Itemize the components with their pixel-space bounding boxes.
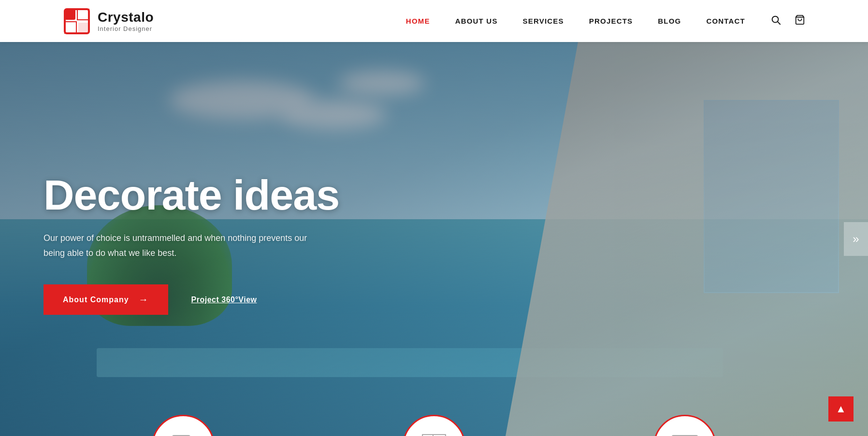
nav-link-projects[interactable]: PROJECTS (589, 17, 633, 25)
nav-item-blog[interactable]: BLOG (658, 17, 681, 26)
svg-line-6 (778, 22, 780, 24)
hero-title: Decorate ideas (43, 173, 339, 217)
nav-item-services[interactable]: SERVICES (523, 17, 564, 26)
svg-rect-1 (65, 9, 75, 20)
hero-actions: About Company → Project 360°View (43, 284, 339, 315)
svg-rect-4 (78, 23, 88, 32)
nav-link-blog[interactable]: BLOG (658, 17, 681, 25)
make-overs-icon (669, 431, 700, 436)
logo[interactable]: Crystalo Interior Designer (63, 7, 154, 35)
nav-link-about[interactable]: ABOUT US (455, 17, 498, 25)
svg-rect-2 (77, 9, 89, 20)
about-company-button[interactable]: About Company → (43, 284, 168, 315)
search-icon (770, 14, 781, 25)
nav-link-services[interactable]: SERVICES (523, 17, 564, 25)
nav-links: HOME ABOUT US SERVICES PROJECTS BLOG CON… (406, 17, 745, 26)
concept-designs-icon (168, 431, 199, 436)
nav-item-home[interactable]: HOME (406, 17, 430, 26)
project-designs-icon (419, 431, 449, 436)
nav-link-home[interactable]: HOME (406, 17, 430, 25)
hero-next-button[interactable]: » (844, 222, 868, 256)
hero-subtitle: Our power of choice is untrammelled and … (43, 231, 314, 260)
chevron-right-icon: » (853, 232, 859, 246)
arrow-icon: → (139, 294, 149, 305)
navbar: Crystalo Interior Designer HOME ABOUT US… (0, 0, 868, 42)
nav-link-contact[interactable]: CONTACT (706, 17, 745, 25)
project-360-button[interactable]: Project 360°View (191, 295, 257, 304)
nav-item-contact[interactable]: CONTACT (706, 17, 745, 26)
logo-icon (63, 7, 91, 35)
scroll-up-button[interactable]: ▲ (828, 396, 854, 422)
nav-item-projects[interactable]: PROJECTS (589, 17, 633, 26)
hero-content: Decorate ideas Our power of choice is un… (0, 163, 339, 315)
svg-rect-3 (65, 22, 76, 33)
cart-icon (795, 14, 805, 25)
logo-name: Crystalo (98, 10, 154, 25)
hero-section: Decorate ideas Our power of choice is un… (0, 42, 868, 436)
cart-button[interactable] (795, 14, 805, 28)
nav-item-about[interactable]: ABOUT US (455, 17, 498, 26)
arrow-up-icon: ▲ (836, 403, 846, 415)
project-360-label: Project 360°View (191, 295, 257, 304)
search-button[interactable] (770, 14, 781, 28)
logo-tagline: Interior Designer (98, 25, 154, 32)
about-company-label: About Company (63, 295, 129, 304)
nav-icons (770, 14, 805, 28)
